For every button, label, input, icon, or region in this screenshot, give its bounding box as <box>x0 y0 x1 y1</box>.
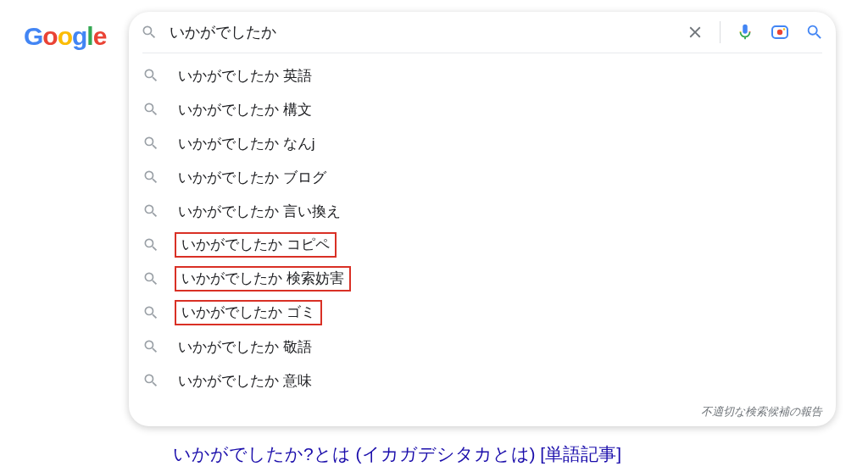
suggestion-text: いかがでしたか コピペ <box>175 232 337 258</box>
search-icon <box>142 101 159 118</box>
search-submit-icon[interactable] <box>805 23 824 42</box>
report-suggestions-link[interactable]: 不適切な検索候補の報告 <box>129 401 836 426</box>
suggestion-text: いかがでしたか なんj <box>175 134 319 153</box>
suggestion-text: いかがでしたか 言い換え <box>175 202 344 221</box>
logo-letter: o <box>58 22 72 51</box>
suggestion-item[interactable]: いかがでしたか ゴミ <box>129 296 836 330</box>
suggestion-item[interactable]: いかがでしたか コピペ <box>129 228 836 262</box>
search-icon <box>142 304 159 321</box>
search-bar <box>129 12 836 53</box>
suggestions-list: いかがでしたか 英語いかがでしたか 構文いかがでしたか なんjいかがでしたか ブ… <box>129 53 836 401</box>
suggestion-item[interactable]: いかがでしたか 構文 <box>129 92 836 126</box>
search-icon <box>142 236 159 253</box>
search-icon <box>142 270 159 287</box>
logo-letter: e <box>93 22 107 51</box>
suggestion-item[interactable]: いかがでしたか 検索妨害 <box>129 262 836 296</box>
suggestion-text: いかがでしたか 英語 <box>175 66 315 86</box>
suggestion-text: いかがでしたか ブログ <box>175 168 330 187</box>
suggestion-item[interactable]: いかがでしたか 意味 <box>129 364 836 397</box>
suggestion-item[interactable]: いかがでしたか なんj <box>129 126 836 160</box>
suggestion-item[interactable]: いかがでしたか 英語 <box>129 58 836 92</box>
search-icon <box>142 67 159 84</box>
search-dropdown-container: いかがでしたか 英語いかがでしたか 構文いかがでしたか なんjいかがでしたか ブ… <box>129 12 836 426</box>
suggestion-text: いかがでしたか 構文 <box>175 100 315 119</box>
logo-letter: l <box>86 22 92 51</box>
logo-letter: o <box>42 22 57 51</box>
suggestion-text: いかがでしたか ゴミ <box>175 300 322 325</box>
suggestion-item[interactable]: いかがでしたか ブログ <box>129 160 836 194</box>
clear-icon[interactable] <box>686 23 704 42</box>
search-icon <box>141 24 158 41</box>
google-logo[interactable]: Google <box>24 22 106 51</box>
search-icon <box>142 338 159 355</box>
search-icon <box>142 203 159 219</box>
svg-point-1 <box>777 30 782 35</box>
svg-point-2 <box>783 28 785 30</box>
camera-icon[interactable] <box>770 22 790 42</box>
search-result-title[interactable]: いかがでしたか?とは (イカガデシタカとは) [単語記事] <box>173 442 621 466</box>
search-icon <box>142 372 159 389</box>
suggestion-text: いかがでしたか 検索妨害 <box>175 266 351 292</box>
search-icon <box>142 135 159 152</box>
search-input[interactable] <box>170 24 677 42</box>
vertical-divider <box>720 21 721 43</box>
suggestion-text: いかがでしたか 意味 <box>175 371 315 391</box>
suggestion-text: いかがでしたか 敬語 <box>175 337 315 357</box>
suggestion-item[interactable]: いかがでしたか 敬語 <box>129 330 836 364</box>
suggestion-item[interactable]: いかがでしたか 言い換え <box>129 194 836 228</box>
logo-letter: G <box>24 22 42 51</box>
search-icon <box>142 169 159 186</box>
mic-icon[interactable] <box>736 23 754 42</box>
logo-letter: g <box>72 22 86 51</box>
